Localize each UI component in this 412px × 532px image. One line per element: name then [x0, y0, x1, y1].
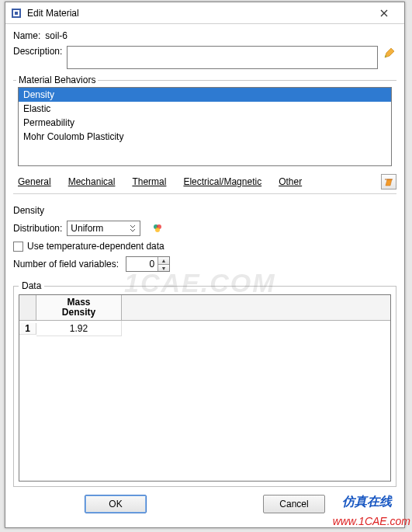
name-row: Name: soil-6: [13, 30, 396, 41]
nfv-row: Number of field variables: 0 ▲ ▼: [13, 256, 396, 272]
distribution-select[interactable]: Uniform: [67, 221, 140, 236]
table-body: 1 1.92: [19, 321, 390, 481]
menu-mechanical[interactable]: Mechanical: [64, 174, 120, 190]
behavior-item-elastic[interactable]: Elastic: [19, 102, 391, 116]
window-title: Edit Material: [27, 8, 369, 19]
dialog-buttons: OK Cancel: [13, 487, 396, 521]
behavior-item-permeability[interactable]: Permeability: [19, 116, 391, 130]
behavior-list[interactable]: Density Elastic Permeability Mohr Coulom…: [18, 87, 392, 166]
behavior-item-mohr[interactable]: Mohr Coulomb Plasticity: [19, 130, 391, 144]
nfv-down-button[interactable]: ▼: [158, 264, 169, 271]
menu-other[interactable]: Other: [274, 174, 306, 190]
data-group: Data Mass Density 1 1.92: [13, 286, 396, 487]
description-row: Description:: [13, 46, 396, 69]
field-mapping-icon[interactable]: [151, 222, 164, 235]
titlebar: Edit Material: [5, 2, 404, 24]
col-mass-density[interactable]: Mass Density: [36, 295, 122, 320]
cell-mass-density[interactable]: 1.92: [36, 321, 122, 336]
menu-general[interactable]: General: [13, 174, 56, 190]
material-behaviors-group: Material Behaviors Density Elastic Perme…: [13, 80, 396, 168]
table-row[interactable]: 1 1.92: [19, 321, 390, 336]
row-index: 1: [19, 323, 36, 335]
behavior-item-density[interactable]: Density: [19, 88, 391, 102]
menu-electrical[interactable]: Electrical/Magnetic: [178, 174, 266, 190]
nfv-up-button[interactable]: ▲: [158, 257, 169, 264]
distribution-value: Uniform: [71, 223, 103, 234]
temp-dependent-label: Use temperature-dependent data: [27, 241, 164, 252]
app-icon: [10, 7, 23, 19]
dialog-body: Name: soil-6 Description: Material Behav…: [5, 24, 404, 527]
description-label: Description:: [13, 46, 62, 57]
behavior-menu-bar: General Mechanical Thermal Electrical/Ma…: [13, 174, 396, 190]
nfv-spinner[interactable]: 0 ▲ ▼: [126, 256, 170, 272]
svg-rect-2: [15, 12, 18, 15]
table-corner: [19, 295, 36, 320]
ok-button[interactable]: OK: [85, 495, 147, 513]
data-table[interactable]: Mass Density 1 1.92: [19, 294, 391, 482]
density-section-title: Density: [13, 205, 396, 216]
distribution-row: Distribution: Uniform: [13, 221, 396, 236]
distribution-label: Distribution:: [13, 223, 62, 234]
material-behaviors-title: Material Behaviors: [16, 75, 98, 85]
name-value: soil-6: [45, 30, 68, 41]
nfv-label: Number of field variables:: [13, 259, 119, 269]
data-group-title: Data: [19, 280, 44, 291]
cancel-button[interactable]: Cancel: [263, 495, 325, 513]
name-label: Name:: [13, 30, 40, 41]
description-input[interactable]: [67, 46, 378, 69]
temp-dependent-row: Use temperature-dependent data: [13, 241, 396, 252]
table-header: Mass Density: [19, 295, 390, 321]
edit-material-dialog: Edit Material Name: soil-6 Description: …: [5, 2, 405, 528]
svg-point-5: [155, 228, 160, 232]
temp-dependent-checkbox[interactable]: [13, 242, 23, 252]
edit-description-icon[interactable]: [383, 46, 396, 60]
chevron-down-icon: [128, 224, 137, 233]
close-button[interactable]: [369, 4, 400, 23]
menu-thermal[interactable]: Thermal: [127, 174, 171, 190]
nfv-value[interactable]: 0: [126, 257, 158, 271]
delete-behavior-button[interactable]: [381, 174, 396, 190]
